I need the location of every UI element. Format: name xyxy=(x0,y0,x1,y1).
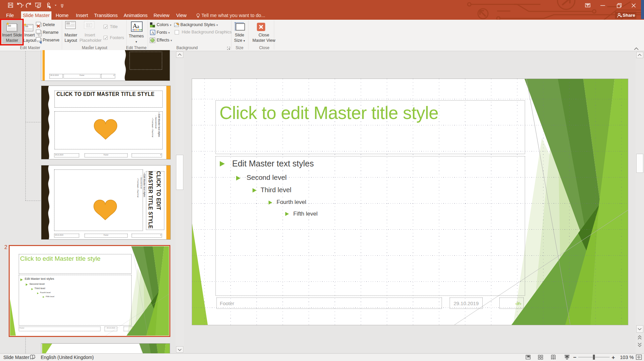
svg-text:A: A xyxy=(151,30,154,35)
svg-text:A: A xyxy=(133,22,137,29)
svg-text:a: a xyxy=(137,24,139,29)
